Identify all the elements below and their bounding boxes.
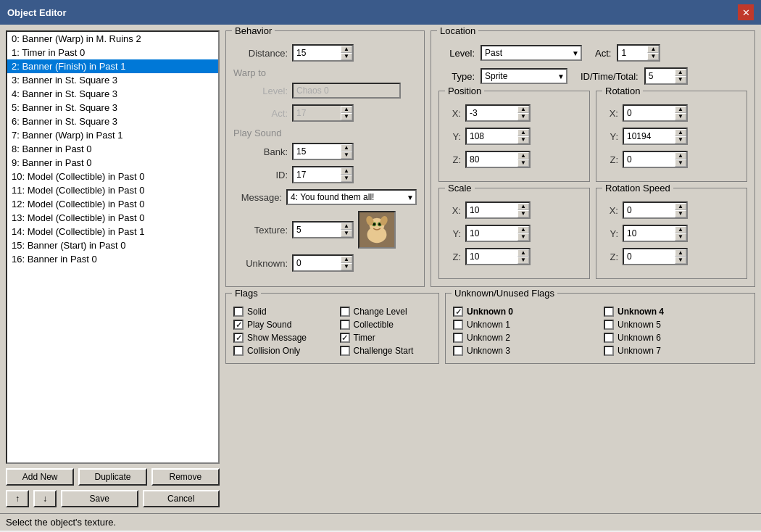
move-down-button[interactable]: ↓	[33, 490, 57, 507]
list-item[interactable]: 6: Banner in St. Square 3	[7, 115, 218, 128]
list-item[interactable]: 9: Banner in Past 0	[7, 156, 218, 170]
object-list[interactable]: 0: Banner (Warp) in M. Ruins 21: Timer i…	[6, 30, 220, 464]
sound-id-up-btn[interactable]: ▲	[341, 167, 352, 175]
bank-down-btn[interactable]: ▼	[341, 151, 352, 159]
list-item[interactable]: 4: Banner in St. Square 3	[7, 87, 218, 101]
bank-spinbox[interactable]: 15 ▲ ▼	[292, 143, 354, 160]
act-up-btn[interactable]: ▲	[647, 46, 659, 53]
list-item[interactable]: 5: Banner in St. Square 3	[7, 101, 218, 115]
flag-checkbox[interactable]	[340, 320, 350, 330]
rspd-x-input[interactable]: 0	[624, 203, 675, 217]
scale-x-spinbox[interactable]: 10 ▲ ▼	[465, 201, 531, 219]
message-dropdown-wrapper[interactable]: 4: You found them all! ▼	[286, 189, 417, 205]
scale-y-down[interactable]: ▼	[517, 233, 529, 241]
warp-act-input[interactable]: 17	[294, 106, 341, 120]
list-item[interactable]: 7: Banner (Warp) in Past 1	[7, 128, 218, 142]
rspd-y-spinbox[interactable]: 10 ▲ ▼	[623, 225, 688, 242]
list-item[interactable]: 13: Model (Collectible) in Past 0	[7, 211, 218, 225]
pos-x-down[interactable]: ▼	[517, 113, 529, 120]
scale-z-spinbox[interactable]: 10 ▲ ▼	[465, 248, 531, 265]
level-select[interactable]: Past	[481, 45, 582, 61]
bank-up-btn[interactable]: ▲	[341, 144, 352, 151]
list-item[interactable]: 16: Banner in Past 0	[7, 252, 218, 266]
pos-z-down[interactable]: ▼	[517, 159, 529, 167]
scale-x-input[interactable]: 10	[467, 203, 517, 217]
pos-z-spinbox[interactable]: 80 ▲ ▼	[465, 151, 531, 168]
rspd-x-down[interactable]: ▼	[675, 210, 686, 217]
rot-y-down[interactable]: ▼	[675, 136, 686, 144]
rspd-z-input[interactable]: 0	[624, 249, 675, 264]
id-time-input[interactable]: 5	[646, 69, 675, 83]
rot-x-input[interactable]: 0	[624, 106, 675, 120]
scale-y-spinbox[interactable]: 10 ▲ ▼	[465, 225, 531, 242]
texture-up-btn[interactable]: ▲	[341, 223, 352, 230]
list-item[interactable]: 14: Model (Collectible) in Past 1	[7, 225, 218, 238]
list-item[interactable]: 0: Banner (Warp) in M. Ruins 2	[7, 32, 218, 46]
unknown-flag-checkbox[interactable]	[604, 307, 614, 317]
texture-down-btn[interactable]: ▼	[341, 230, 352, 237]
close-button[interactable]: ✕	[738, 4, 754, 20]
rot-x-down[interactable]: ▼	[675, 113, 686, 120]
texture-input[interactable]: 5	[294, 223, 341, 237]
rot-x-up[interactable]: ▲	[675, 106, 686, 113]
flag-checkbox[interactable]	[233, 346, 244, 356]
type-select[interactable]: Sprite	[481, 68, 567, 84]
rot-z-up[interactable]: ▲	[675, 152, 686, 159]
cancel-button[interactable]: Cancel	[143, 490, 220, 507]
rot-y-input[interactable]: 10194	[624, 129, 675, 144]
list-item[interactable]: 12: Model (Collectible) in Past 0	[7, 197, 218, 211]
sound-id-down-btn[interactable]: ▼	[341, 175, 352, 182]
pos-y-input[interactable]: 108	[467, 129, 517, 144]
flag-checkbox[interactable]	[340, 346, 350, 356]
flag-checkbox[interactable]	[233, 307, 244, 317]
duplicate-button[interactable]: Duplicate	[78, 468, 146, 486]
rot-z-spinbox[interactable]: 0 ▲ ▼	[623, 151, 688, 168]
sound-id-spinbox[interactable]: 17 ▲ ▼	[292, 166, 354, 183]
act-input[interactable]: 1	[618, 46, 647, 60]
unknown-flag-checkbox[interactable]	[453, 333, 463, 343]
flag-checkbox[interactable]	[340, 307, 350, 317]
add-new-button[interactable]: Add New	[6, 468, 74, 486]
unknown-flag-checkbox[interactable]	[453, 346, 463, 356]
unknown-flag-checkbox[interactable]	[604, 320, 614, 330]
id-time-spinbox[interactable]: 5 ▲ ▼	[644, 67, 688, 85]
rot-z-input[interactable]: 0	[624, 152, 675, 167]
texture-spinbox[interactable]: 5 ▲ ▼	[292, 221, 354, 238]
flag-checkbox[interactable]	[340, 333, 350, 343]
level-dropdown-wrapper[interactable]: Past ▼	[481, 45, 582, 61]
rot-y-spinbox[interactable]: 10194 ▲ ▼	[623, 128, 688, 145]
remove-button[interactable]: Remove	[151, 468, 220, 486]
pos-z-up[interactable]: ▲	[517, 152, 529, 159]
sound-id-input[interactable]: 17	[294, 167, 341, 182]
pos-y-spinbox[interactable]: 108 ▲ ▼	[465, 128, 531, 145]
scale-y-input[interactable]: 10	[467, 226, 517, 241]
rspd-z-down[interactable]: ▼	[675, 257, 686, 264]
rspd-x-spinbox[interactable]: 0 ▲ ▼	[623, 201, 688, 219]
rspd-z-spinbox[interactable]: 0 ▲ ▼	[623, 248, 688, 265]
unknown-down-btn[interactable]: ▼	[341, 263, 352, 270]
message-select[interactable]: 4: You found them all!	[286, 189, 417, 205]
distance-up-btn[interactable]: ▲	[341, 46, 352, 53]
id-time-up-btn[interactable]: ▲	[675, 69, 686, 76]
list-item[interactable]: 11: Model (Collectible) in Past 0	[7, 183, 218, 197]
distance-spinbox[interactable]: 15 ▲ ▼	[292, 44, 354, 62]
scale-y-up[interactable]: ▲	[517, 226, 529, 233]
scale-x-down[interactable]: ▼	[517, 210, 529, 217]
unknown-up-btn[interactable]: ▲	[341, 256, 352, 263]
flag-checkbox[interactable]	[233, 320, 244, 330]
scale-z-input[interactable]: 10	[467, 249, 517, 264]
act-spinbox[interactable]: 1 ▲ ▼	[617, 44, 660, 62]
scale-z-up[interactable]: ▲	[517, 249, 529, 257]
rspd-y-down[interactable]: ▼	[675, 233, 686, 241]
unknown-flag-checkbox[interactable]	[453, 320, 463, 330]
pos-z-input[interactable]: 80	[467, 152, 517, 167]
warp-level-dropdown-wrapper[interactable]: Chaos 0	[292, 83, 401, 99]
save-button[interactable]: Save	[61, 490, 138, 507]
rspd-y-up[interactable]: ▲	[675, 226, 686, 233]
pos-x-input[interactable]: -3	[467, 106, 517, 120]
distance-input[interactable]: 15	[294, 46, 341, 60]
warp-act-down-btn[interactable]: ▼	[341, 113, 352, 120]
act-down-btn[interactable]: ▼	[647, 53, 659, 60]
scale-z-down[interactable]: ▼	[517, 257, 529, 264]
unknown-flag-checkbox[interactable]	[604, 333, 614, 343]
